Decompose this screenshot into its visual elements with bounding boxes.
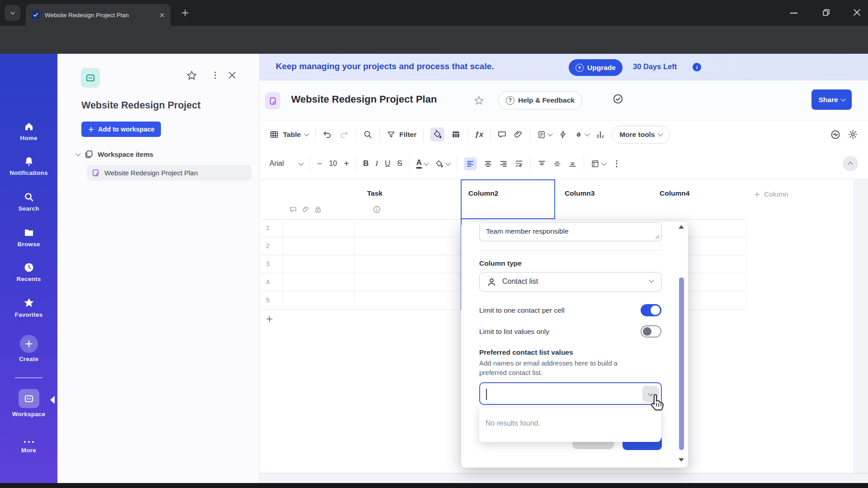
search-icon[interactable] (363, 130, 373, 139)
dialog-scrollbar-thumb[interactable] (679, 277, 684, 450)
tab-title: Website Redesign Project Plan (45, 12, 155, 19)
bold-button[interactable]: B (363, 159, 368, 168)
column-type-select[interactable]: Contact list (479, 272, 662, 292)
limit-one-contact-toggle[interactable] (641, 304, 661, 316)
chart-icon[interactable] (596, 130, 605, 139)
sidebar-item-home[interactable]: Home (0, 121, 57, 141)
help-feedback-button[interactable]: ? Help & Feedback (498, 91, 582, 109)
filter-icon (387, 130, 396, 139)
panel-menu-icon[interactable]: ⋮ (211, 70, 219, 80)
panel-close-icon[interactable] (227, 70, 237, 80)
align-center-icon[interactable] (484, 160, 492, 168)
sidebar-item-workspace[interactable]: Workspace (0, 389, 57, 418)
sidebar-item-more[interactable]: More (0, 440, 57, 454)
row-number: 1 (266, 224, 269, 231)
comment-icon[interactable] (497, 130, 507, 139)
align-left-button[interactable] (464, 157, 477, 170)
ellipsis-icon (23, 440, 35, 444)
bell-icon (24, 156, 34, 167)
strikethrough-button[interactable]: S (397, 159, 402, 168)
cell-fill-button[interactable] (430, 127, 444, 141)
more-tools-button[interactable]: More tools (612, 126, 670, 144)
formula-button[interactable]: ƒx (475, 130, 483, 139)
font-family-select[interactable]: Arial (269, 160, 303, 168)
column-header-column4[interactable]: Column4 (660, 189, 689, 197)
chevron-down-icon (298, 160, 303, 165)
column-header-column3[interactable]: Column3 (565, 189, 594, 197)
favorite-sheet-star-icon[interactable] (474, 95, 484, 106)
favorite-star-icon[interactable] (186, 70, 197, 81)
sidebar-item-notifications[interactable]: Notifications (0, 156, 57, 176)
sidebar-item-browse[interactable]: Browse (0, 227, 57, 248)
redo-icon[interactable] (339, 130, 349, 140)
vertical-scrollbar-track[interactable] (854, 179, 868, 473)
chevron-down-icon (649, 277, 654, 282)
italic-button[interactable]: I (375, 159, 378, 168)
integrations-button[interactable] (574, 130, 589, 139)
search-icon (24, 192, 34, 202)
valign-middle-icon[interactable] (553, 160, 561, 168)
window-restore-icon[interactable] (822, 8, 830, 17)
valign-top-icon[interactable] (538, 160, 546, 168)
no-results-popup: No results found. (479, 408, 661, 442)
window-close-icon[interactable] (853, 8, 861, 17)
more-tools-label: More tools (619, 131, 655, 139)
screen: Website Redesign Project Plan app.smarts… (0, 0, 868, 488)
underline-button[interactable]: U (385, 159, 390, 168)
view-switcher[interactable]: Table (269, 130, 308, 139)
document-builder-button[interactable] (537, 130, 552, 139)
workspace-items-group[interactable]: Workspace items (76, 150, 153, 159)
sheet-title: Website Redesign Project Plan (291, 94, 437, 105)
fill-color-button[interactable] (435, 160, 450, 168)
column-header-column2-selected[interactable]: Column2 (461, 179, 555, 219)
sidebar-item-favorites[interactable]: Favorites (0, 297, 57, 318)
scroll-down-icon[interactable] (679, 458, 684, 462)
settings-gear-icon[interactable] (848, 129, 858, 140)
font-size-increase[interactable]: + (344, 159, 349, 169)
toolbar-separator (530, 156, 531, 171)
sidebar-item-create[interactable]: Create (0, 335, 57, 362)
valign-bottom-icon[interactable] (568, 160, 577, 168)
dialog-divider (479, 250, 662, 251)
lock-column-icon[interactable] (314, 206, 322, 213)
filter-button[interactable]: Filter (387, 130, 416, 139)
workspace-sheet-item[interactable]: Website Redesign Project Plan (87, 165, 251, 181)
sidebar-item-search[interactable]: Search (0, 192, 57, 212)
align-right-icon[interactable] (499, 160, 508, 168)
automation-bolt-icon[interactable] (559, 130, 567, 139)
toolbar-separator (310, 156, 310, 171)
attachments-column-icon[interactable] (302, 206, 310, 213)
wrap-text-icon[interactable] (514, 159, 524, 168)
cell-format-icon[interactable] (451, 130, 461, 139)
scroll-up-icon[interactable] (679, 225, 684, 229)
cell-merge-button[interactable] (591, 160, 606, 168)
resize-handle-icon[interactable] (655, 235, 660, 239)
format-overflow-menu[interactable]: ⋮ (613, 159, 621, 169)
text-color-button[interactable]: A (416, 159, 428, 169)
column-header-task[interactable]: Task (367, 189, 382, 197)
collapse-toolbar-button[interactable] (843, 156, 858, 171)
limit-list-values-toggle[interactable] (641, 325, 661, 338)
window-minimize-icon[interactable] (790, 12, 798, 14)
info-icon[interactable]: i (693, 63, 701, 71)
add-to-workspace-button[interactable]: Add to workspace (81, 122, 161, 137)
view-label: Table (283, 131, 301, 139)
toolbar-right-group (830, 129, 841, 140)
chevron-down-icon (304, 131, 309, 136)
activity-icon[interactable] (830, 129, 841, 140)
share-button[interactable]: Share (811, 89, 852, 110)
tab-close-icon[interactable] (159, 12, 165, 18)
comments-column-icon[interactable] (289, 206, 297, 213)
preferred-contacts-input[interactable] (479, 382, 662, 405)
info-column-icon[interactable] (373, 205, 381, 214)
tab-search-button[interactable] (5, 5, 20, 21)
sidebar-item-recents[interactable]: Recents (0, 262, 57, 282)
browser-tab[interactable]: Website Redesign Project Plan (26, 4, 170, 26)
undo-icon[interactable] (322, 130, 332, 140)
upgrade-button[interactable]: Upgrade (569, 59, 623, 76)
attachment-icon[interactable] (514, 130, 523, 139)
font-size-decrease[interactable]: − (317, 159, 322, 169)
new-tab-icon[interactable] (181, 9, 189, 17)
add-column-button[interactable]: Column (754, 190, 788, 198)
column-name-field[interactable]: Team member responsible (479, 222, 662, 241)
